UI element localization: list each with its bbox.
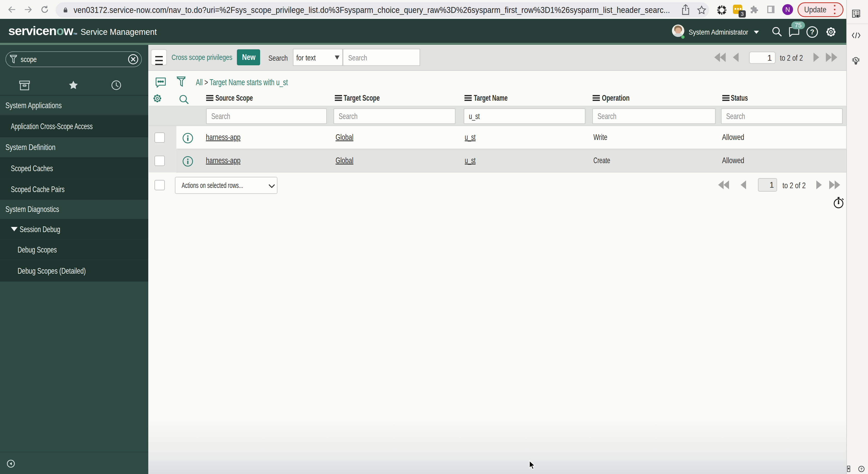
svg-text:?: ? <box>860 467 863 471</box>
svg-text:?: ? <box>810 28 814 36</box>
